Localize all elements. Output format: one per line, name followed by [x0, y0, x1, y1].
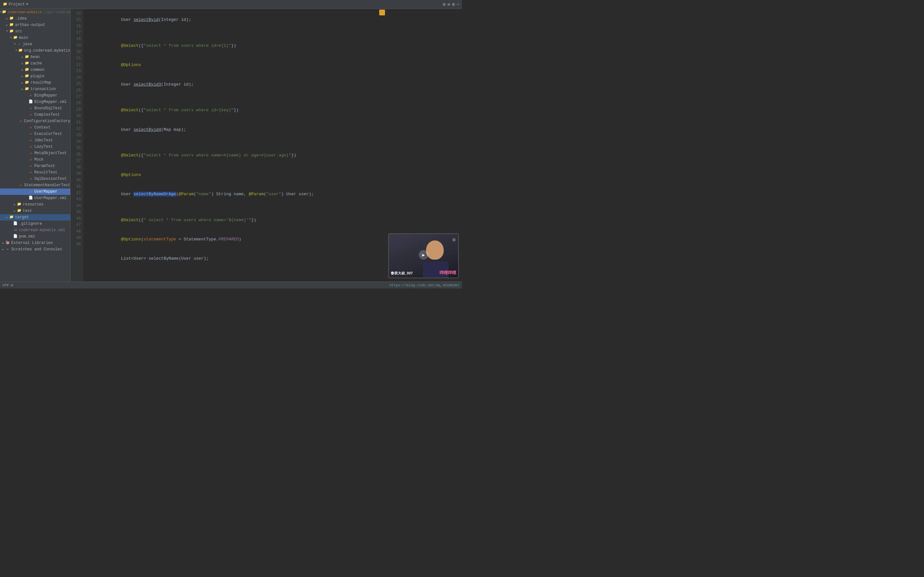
sidebar-item-usermapper[interactable]: ▶ ☕ UserMapper	[0, 189, 70, 195]
webcam-overlay: ⚙ ▶ 鲁班大叔_007 哔哩哔哩	[388, 234, 459, 278]
sidebar-item-resulttest[interactable]: ▶ ☕ ResultTest	[0, 169, 70, 176]
gear-icon[interactable]: ⚙	[452, 2, 455, 7]
sidebar-item-pom[interactable]: ▶ 📄 pom.xml	[0, 234, 70, 240]
sidebar-item-paramtest[interactable]: ▶ ☕ ParamTest	[0, 163, 70, 169]
sidebar-item-blogmapper[interactable]: ▶ ☕ BlogMapper	[0, 92, 70, 99]
sidebar-item-java[interactable]: ▼ ☕ java	[0, 41, 70, 47]
top-bar: 📁 Project ▼ ⚙ ⇄ ⚙ —	[0, 0, 462, 9]
code-line-26	[86, 204, 459, 210]
line-numbers: 14 15 16 17 18 19 20 21 22 23 24 25 26 2…	[71, 9, 83, 282]
sidebar-item-idea[interactable]: ▶ 📁 .idea	[0, 15, 70, 22]
minimize-icon[interactable]: —	[457, 2, 459, 7]
top-bar-dropdown[interactable]: ▼	[26, 3, 28, 6]
code-editor: 14 15 16 17 18 19 20 21 22 23 24 25 26 2…	[71, 9, 462, 282]
code-line-27: @Select({" select * from users where nam…	[86, 210, 459, 229]
sidebar-item-transaction[interactable]: ▶ 📁 transaction	[0, 86, 70, 92]
sidebar-item-jdbctest[interactable]: ▶ ☕ JdbcTest	[0, 137, 70, 143]
code-line-19	[86, 94, 459, 101]
split-icon[interactable]: ⇄	[447, 2, 450, 7]
project-tree: ▼ 📁 coderead-mybatis ~/git/coderead-m...…	[0, 9, 71, 282]
sidebar-item-plugin[interactable]: ▶ 📁 plugin	[0, 73, 70, 79]
webcam-head	[426, 240, 444, 259]
code-line-17: @Options	[86, 55, 459, 75]
platform-watermark: 哔哩哔哩	[439, 270, 456, 276]
code-line-25: User selectByNameOrAge(@Param("name") St…	[86, 185, 459, 204]
status-bar: UTF-8 https://blog.csdn.net/aq_45100361	[0, 282, 462, 288]
sidebar-item-boundsql[interactable]: ▶ ☕ BoundSqlTest	[0, 105, 70, 111]
sidebar-item-metaobject[interactable]: ▶ ☕ MetaObjectTest	[0, 150, 70, 156]
status-url[interactable]: https://blog.csdn.net/aq_45100361	[389, 284, 459, 287]
sidebar-item-executortest[interactable]: ▶ ☕ ExecutorTest	[0, 131, 70, 137]
sidebar-item-configfactory[interactable]: ▶ ☕ ConfigurationFactory	[0, 118, 70, 124]
sidebar-item-resultmap[interactable]: ▶ 📁 resultMap	[0, 79, 70, 86]
sidebar-item-bean[interactable]: ▶ 📁 bean	[0, 54, 70, 60]
sidebar-item-test[interactable]: ▶ 📁 test	[0, 208, 70, 214]
sidebar-item-arthas[interactable]: ▶ 📁 arthas-output	[0, 22, 70, 28]
sidebar-item-sqlsession[interactable]: ▶ ☕ SqlSessionTest	[0, 176, 70, 182]
code-line-14: User selectByid(Integer id);	[86, 10, 459, 29]
sidebar-item-common[interactable]: ▶ 📁 common	[0, 67, 70, 73]
code-line-24: @Options	[86, 165, 459, 184]
sidebar-item-iml[interactable]: ▶ 🗂 coderead-mybatis.iml	[0, 227, 70, 234]
sidebar-item-external-libs[interactable]: ▶ 📚 External Libraries	[0, 240, 70, 246]
sidebar-item-cache[interactable]: ▶ 📁 cache	[0, 60, 70, 67]
sidebar-item-context[interactable]: ▶ ☕ Context	[0, 124, 70, 131]
project-label[interactable]: Project	[9, 2, 25, 7]
code-line-21: User selectByid4(Map map);	[86, 120, 459, 139]
code-line-16: @Select({"select * from users where id=#…	[86, 36, 459, 55]
settings-icon[interactable]: ⚙	[443, 2, 445, 7]
sidebar-item-complextest[interactable]: ▶ ☕ ComplexTest	[0, 111, 70, 118]
sidebar-item-target[interactable]: ▶ 📁 target	[0, 214, 70, 221]
gear-watermark-icon: ⚙	[452, 237, 456, 243]
sidebar-item-statementhandler[interactable]: ▶ ☕ StatementHandlerTest	[0, 182, 70, 189]
code-line-20: @Select({"select * from users where id={…	[86, 101, 459, 120]
play-icon[interactable]: ▶	[419, 250, 428, 259]
code-line-15	[86, 29, 459, 36]
sidebar-item-gitignore[interactable]: ▶ 📄 .gitignore	[0, 221, 70, 227]
code-line-18: User selectByid3(Integer id);	[86, 75, 459, 94]
code-line-22	[86, 139, 459, 146]
sidebar-item-project-root[interactable]: ▼ 📁 coderead-mybatis ~/git/coderead-m...	[0, 9, 70, 15]
sidebar-item-org[interactable]: ▼ 📁 org.coderead.mybatis	[0, 47, 70, 54]
webcam-watermark-text: 鲁班大叔_007	[391, 271, 413, 276]
webcam-person: ⚙ ▶ 鲁班大叔_007 哔哩哔哩	[389, 234, 458, 277]
code-line-23: @Select({"select * from users where name…	[86, 146, 459, 165]
sidebar-item-src[interactable]: ▼ 📁 src	[0, 28, 70, 35]
sidebar-item-lazytest[interactable]: ▶ ☕ LazyTest	[0, 143, 70, 150]
yellow-indicator	[379, 10, 385, 15]
sidebar-item-main[interactable]: ▼ 📁 main	[0, 35, 70, 41]
sidebar-item-usermapper-xml[interactable]: ▶ 📄 UserMapper.xml	[0, 195, 70, 201]
project-icon: 📁	[3, 2, 8, 7]
sidebar-item-blogmapper-xml[interactable]: ▶ 📄 BlogMapper.xml	[0, 99, 70, 105]
sidebar-item-scratches[interactable]: ▶ ✏ Scratches and Consoles	[0, 246, 70, 253]
sidebar-item-mock[interactable]: ▶ ☕ Mock	[0, 156, 70, 163]
status-text: UTF-8	[3, 284, 13, 287]
sidebar-item-resources[interactable]: ▶ 📁 resources	[0, 201, 70, 208]
